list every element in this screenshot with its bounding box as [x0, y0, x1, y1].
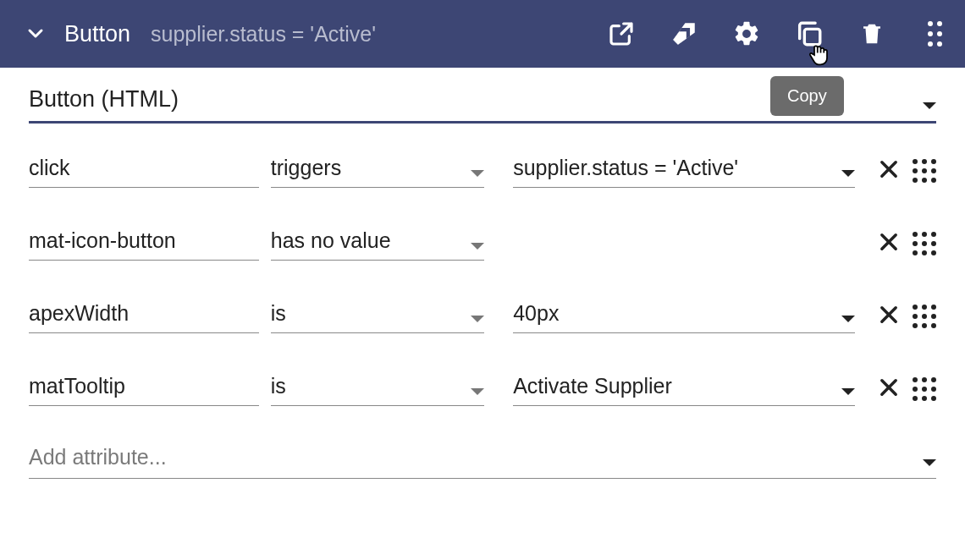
open-external-button[interactable]	[606, 19, 637, 49]
remove-attribute-button[interactable]	[877, 157, 901, 184]
drag-handle[interactable]	[913, 232, 936, 255]
attribute-row: clicktriggerssupplier.status = 'Active'	[29, 156, 936, 188]
attribute-value-field[interactable]: supplier.status = 'Active'	[513, 156, 855, 188]
header-bar: Button supplier.status = 'Active'	[0, 0, 965, 68]
attribute-name-field[interactable]: mat-icon-button	[29, 228, 259, 261]
remove-attribute-button[interactable]	[877, 303, 901, 330]
delete-button[interactable]	[857, 19, 887, 49]
attribute-operator-field[interactable]: has no value	[271, 228, 484, 261]
attribute-value: supplier.status = 'Active'	[513, 156, 836, 180]
add-attribute-row[interactable]: Add attribute...	[29, 445, 936, 479]
attribute-value-field[interactable]: 40px	[513, 301, 855, 333]
row-actions	[877, 376, 936, 406]
drag-handle[interactable]	[913, 305, 936, 328]
attribute-name: matTooltip	[29, 374, 259, 398]
attribute-name-field[interactable]: matTooltip	[29, 374, 259, 406]
attribute-value: 40px	[513, 301, 836, 326]
attribute-operator: is	[271, 301, 466, 326]
attribute-value: Activate Supplier	[513, 374, 836, 398]
attribute-operator: is	[271, 374, 466, 398]
attribute-name: mat-icon-button	[29, 228, 259, 253]
chevron-down-icon	[918, 459, 936, 469]
attribute-operator: triggers	[271, 156, 466, 180]
chevron-down-icon	[471, 170, 484, 177]
drag-handle[interactable]	[913, 159, 936, 183]
svg-rect-0	[804, 29, 819, 44]
chevron-down-icon	[471, 316, 484, 322]
collapse-toggle[interactable]	[24, 22, 47, 46]
chevron-down-icon	[841, 316, 855, 322]
drag-handle[interactable]	[913, 377, 936, 401]
attribute-name-field[interactable]: click	[29, 156, 259, 188]
copy-button[interactable]	[794, 19, 824, 49]
copy-tooltip: Copy	[770, 76, 844, 116]
row-actions	[877, 230, 936, 261]
chevron-down-icon	[471, 388, 484, 395]
row-actions	[877, 157, 936, 188]
attribute-name: click	[29, 156, 259, 180]
attribute-name-field[interactable]: apexWidth	[29, 301, 259, 333]
attribute-operator-field[interactable]: is	[271, 374, 484, 406]
attribute-value-field[interactable]: Activate Supplier	[513, 374, 855, 406]
header-subtitle: supplier.status = 'Active'	[151, 22, 606, 47]
style-button[interactable]	[669, 19, 699, 49]
attribute-operator-field[interactable]: is	[271, 301, 484, 333]
content-area: Button (HTML) clicktriggerssupplier.stat…	[0, 68, 965, 479]
toolbar	[606, 19, 950, 49]
remove-attribute-button[interactable]	[877, 376, 901, 403]
chevron-down-icon	[841, 388, 855, 395]
attribute-row: matTooltipisActivate Supplier	[29, 374, 936, 406]
settings-button[interactable]	[731, 19, 762, 49]
attribute-row: mat-icon-buttonhas no value	[29, 228, 936, 261]
chevron-down-icon	[471, 243, 484, 250]
add-attribute-placeholder: Add attribute...	[29, 445, 918, 469]
attribute-row: apexWidthis40px	[29, 301, 936, 333]
header-title: Button	[64, 21, 130, 47]
remove-attribute-button[interactable]	[877, 230, 901, 257]
row-actions	[877, 303, 936, 333]
attribute-operator-field[interactable]: triggers	[271, 156, 484, 188]
chevron-down-icon	[841, 170, 855, 177]
attribute-name: apexWidth	[29, 301, 259, 326]
attribute-operator: has no value	[271, 228, 466, 253]
more-menu-button[interactable]	[919, 19, 950, 49]
chevron-down-icon	[918, 102, 936, 113]
